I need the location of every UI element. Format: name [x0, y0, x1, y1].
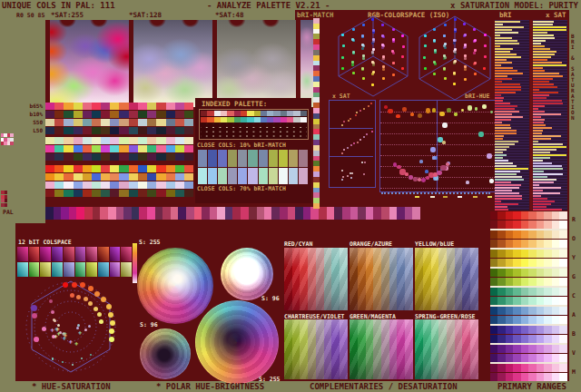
- scatter-dot: [62, 361, 64, 364]
- rgb-cube-dot: [392, 28, 395, 31]
- rgb-cube-dot: [382, 77, 385, 80]
- scatter-dot: [419, 160, 423, 163]
- rgb-cube-dot: [424, 67, 427, 70]
- rgb-cube-dot: [341, 34, 344, 36]
- rgb-cube-dot: [463, 23, 466, 25]
- scatter-dot: [413, 177, 418, 181]
- vertical-palette-strip: [313, 18, 320, 209]
- scatter-dot: [94, 307, 98, 311]
- color-cell: [198, 168, 207, 184]
- plus-mark: +: [78, 329, 82, 337]
- bar: [495, 209, 508, 211]
- scatter-dot: [76, 295, 81, 299]
- rgb-cube-dot: [382, 55, 385, 58]
- rgb-cube-dot: [342, 44, 345, 47]
- rgb-cube-dot: [474, 39, 477, 42]
- color-cell: [299, 168, 308, 184]
- scatter-dot: [446, 162, 449, 166]
- primary-range-strip: [490, 335, 567, 343]
- gridline: [380, 177, 498, 178]
- color-cell: [279, 150, 288, 167]
- scatter-dot: [426, 108, 431, 113]
- rgb-cube-dot: [352, 72, 355, 74]
- rgb-cube-dot: [464, 78, 467, 81]
- colspace-tile: [98, 262, 109, 277]
- rgb-cube-dot: [371, 18, 374, 21]
- saturation-map-128: [133, 20, 212, 107]
- primary-label-M: M: [572, 368, 576, 376]
- scatter-dot: [342, 176, 344, 178]
- color-cell: [261, 111, 267, 116]
- scatter-dot: [343, 149, 345, 151]
- vertical-title-letter: I: [571, 44, 575, 50]
- color-cell: [281, 111, 287, 116]
- sat48-label: *SAT:48: [215, 11, 244, 19]
- color-cell: [261, 117, 267, 122]
- rgb-cube-dot: [444, 43, 447, 45]
- scatter-dot: [368, 105, 369, 107]
- colspace-tile: [75, 247, 86, 261]
- pal-strip: [45, 207, 420, 220]
- polar-label-s255-a: S: 255: [139, 239, 160, 246]
- primary-range-pair: [490, 269, 567, 286]
- plus-mark: +: [64, 332, 67, 339]
- footer-hue-saturation: * HUE-SATURATION: [32, 382, 111, 391]
- primary-range-pair: [490, 211, 567, 229]
- primary-range-pair: [490, 230, 567, 248]
- scatter-dot: [31, 305, 37, 311]
- scatter-dot: [109, 328, 114, 334]
- color-cell: [201, 111, 207, 116]
- primary-range-strip: [490, 307, 567, 315]
- scatter-dot: [63, 282, 68, 288]
- scatter-dot: [359, 110, 361, 112]
- rgb-cube-dot: [371, 83, 374, 86]
- rgb-cube-dot: [372, 29, 375, 32]
- rgb-cube-dot: [381, 24, 384, 26]
- scatter-dot: [52, 358, 54, 360]
- rgb-cube-dot: [401, 67, 404, 70]
- xsat-chart-header: x SAT: [546, 11, 566, 19]
- scatter-dot: [356, 112, 358, 113]
- rgb-cube-dot: [453, 42, 456, 44]
- color-cell: [293, 111, 300, 116]
- scatter-dot: [442, 141, 446, 144]
- primary-range-strip: [490, 326, 567, 334]
- scatter-dot: [341, 179, 343, 181]
- vertical-title-letter: N: [571, 114, 575, 121]
- color-cell: [269, 168, 278, 184]
- scatter-dot: [34, 337, 39, 342]
- palette-strip: [45, 190, 193, 197]
- color-cell: [227, 111, 233, 116]
- color-cell: [287, 117, 293, 122]
- comp-label-orange-azure: ORANGE/AZURE: [350, 240, 392, 248]
- scatter-dot: [94, 291, 100, 297]
- scatter-dot: [350, 118, 351, 120]
- rgb-cube-dot: [382, 65, 385, 68]
- scatter-dot: [364, 162, 366, 163]
- comp-panel-spring-green-rose: [415, 319, 478, 379]
- primary-range-strip: [490, 288, 567, 296]
- bar: [533, 209, 562, 211]
- scatter-dot: [410, 113, 414, 116]
- color-cell: [247, 117, 253, 122]
- rgb-cube-dot: [371, 73, 374, 75]
- color-cell: [300, 111, 307, 116]
- xsat-scatter-box: [330, 157, 373, 184]
- rgb-cube-scatter: [416, 15, 494, 102]
- primary-label-V: V: [572, 349, 576, 357]
- rgb-cube-dot: [454, 18, 457, 21]
- colspace12-tiles-row: [17, 262, 132, 277]
- scatter-dot: [361, 162, 363, 163]
- color-cell: [214, 111, 221, 116]
- primary-label-C: C: [572, 292, 576, 299]
- colspace-tile: [17, 247, 28, 261]
- rgb-cube-dot: [433, 28, 436, 31]
- scatter-dot: [88, 325, 91, 328]
- color-cell: [281, 117, 287, 122]
- color-cell: [259, 150, 268, 167]
- rgb-cube-dot: [372, 48, 375, 51]
- rgb-cube-dot: [464, 57, 467, 60]
- scatter-dot: [353, 142, 355, 144]
- colspace12-title: 12 bIT COLSPACE: [18, 239, 72, 246]
- scatter-dot: [437, 171, 441, 175]
